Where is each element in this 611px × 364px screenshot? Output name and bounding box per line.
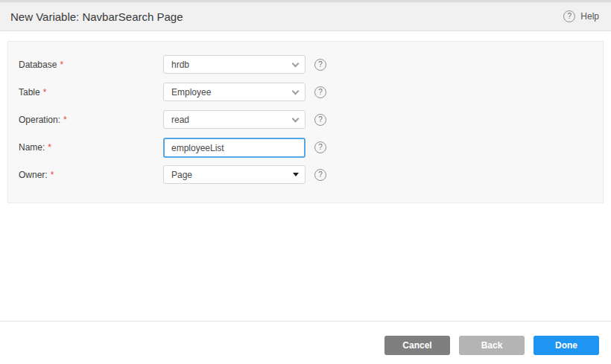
field-label: Owner:* [19, 170, 163, 180]
footer-actions: Cancel Back Done [384, 336, 599, 355]
required-marker: * [51, 170, 54, 180]
required-marker: * [43, 87, 47, 98]
question-circle-icon: ? [314, 114, 326, 126]
page-title: New Variable: NavbarSearch Page [10, 10, 183, 23]
question-circle-icon: ? [314, 59, 326, 71]
required-marker: * [60, 60, 63, 70]
question-circle-icon: ? [314, 169, 326, 181]
name-help-button[interactable]: ? [314, 141, 326, 153]
table-label: Table [19, 87, 40, 98]
footer-divider [0, 321, 611, 322]
table-help-button[interactable]: ? [314, 86, 326, 98]
dialog-header: New Variable: NavbarSearch Page ? Help [0, 0, 611, 31]
question-circle-icon: ? [314, 86, 326, 98]
field-label: Name:* [19, 142, 163, 153]
question-circle-icon: ? [314, 141, 326, 153]
form-row-name: Name:* ? [8, 133, 603, 161]
required-marker: * [63, 115, 67, 125]
form-panel: Database* hrdb ? Table* Employee ? Opera… [7, 41, 604, 203]
cancel-button[interactable]: Cancel [384, 336, 450, 355]
help-label: Help [580, 11, 599, 22]
owner-label: Owner: [19, 170, 48, 180]
done-button[interactable]: Done [534, 336, 599, 355]
form-row-table: Table* Employee ? [8, 78, 603, 106]
table-dropdown[interactable]: Employee [163, 83, 306, 101]
field-label: Table* [19, 87, 163, 98]
form-row-database: Database* hrdb ? [8, 51, 603, 78]
database-label: Database [19, 60, 57, 70]
field-label: Database* [19, 60, 163, 70]
form-row-owner: Owner:* Page ? [8, 161, 603, 188]
back-button[interactable]: Back [459, 336, 525, 355]
database-help-button[interactable]: ? [314, 59, 326, 71]
form-row-operation: Operation:* read ? [8, 106, 603, 133]
database-value: hrdb [171, 60, 189, 70]
owner-value: Page [171, 170, 192, 180]
operation-help-button[interactable]: ? [314, 114, 326, 126]
name-input[interactable] [163, 138, 306, 158]
question-circle-icon: ? [563, 10, 575, 22]
field-label: Operation:* [19, 115, 163, 125]
database-dropdown[interactable]: hrdb [163, 55, 306, 74]
operation-value: read [171, 115, 189, 125]
help-link[interactable]: ? Help [563, 10, 599, 22]
table-value: Employee [171, 87, 211, 98]
owner-select[interactable]: Page [163, 165, 306, 184]
required-marker: * [48, 142, 51, 153]
owner-help-button[interactable]: ? [314, 169, 326, 181]
operation-dropdown[interactable]: read [163, 110, 306, 129]
name-label: Name: [19, 142, 45, 153]
operation-label: Operation: [19, 115, 60, 125]
